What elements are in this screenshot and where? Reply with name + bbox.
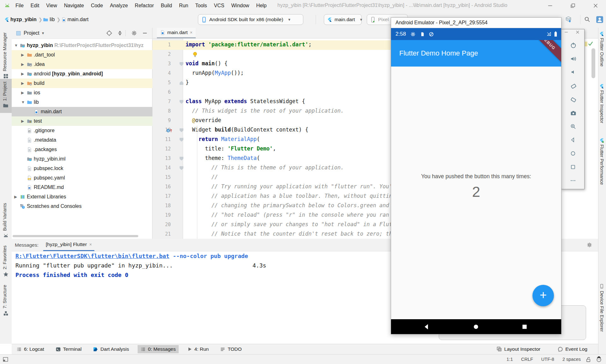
star-icon[interactable]	[3, 271, 9, 277]
menu-vcs[interactable]: VCS	[211, 0, 228, 11]
close-window-icon[interactable]	[591, 1, 600, 10]
status-item[interactable]: CRLF	[521, 357, 533, 362]
android-head-icon[interactable]	[3, 233, 9, 239]
fold-marker-icon[interactable]	[180, 166, 183, 170]
tree-row[interactable]: YML pubspec.yaml	[12, 173, 152, 183]
tree-row[interactable]: ▶ ios	[12, 88, 152, 97]
collapse-all-icon[interactable]	[117, 30, 123, 36]
chevron-collapsed-icon[interactable]: ▶	[21, 53, 24, 57]
run-config-dropdown[interactable]: main.dart ▼	[324, 14, 362, 25]
flutter-bat-link[interactable]: R:\Flutter\FlutterSDK\flutter\bin\flutte…	[15, 253, 169, 259]
sidebar-item-build-variants[interactable]: Build Variants	[2, 203, 7, 231]
emulator-back-button[interactable]	[570, 137, 576, 143]
tab-device-file-explorer[interactable]: Device File Explorer	[599, 291, 604, 332]
tree-row[interactable]: hyzp_yibin.iml	[12, 154, 152, 164]
menu-edit[interactable]: Edit	[27, 0, 43, 11]
tool-window-toggle-icon[interactable]	[3, 356, 9, 362]
tree-row[interactable]: Scratches and Consoles	[12, 202, 152, 211]
resource-manager-icon[interactable]	[3, 73, 9, 79]
tab-flutter-console[interactable]: [hyzp_yibin] Flutter ×	[43, 239, 94, 251]
tree-row[interactable]: ▶ .idea	[12, 60, 152, 69]
menu-window[interactable]: Window	[228, 0, 253, 11]
tree-row[interactable]: ▶ android [hyzp_yibin_android]	[12, 69, 152, 79]
tree-row[interactable]: .packages	[12, 145, 152, 154]
menu-run[interactable]: Run	[175, 0, 192, 11]
emulator-more-button[interactable]	[570, 178, 576, 184]
minimize-window-icon[interactable]	[545, 1, 555, 10]
tool-window-tab-4-run[interactable]: 4: Run	[184, 345, 212, 353]
chevron-collapsed-icon[interactable]: ▶	[21, 62, 24, 67]
close-tab-icon[interactable]: ×	[89, 242, 92, 247]
tree-row[interactable]: .gitignore	[12, 126, 152, 135]
avatar[interactable]	[596, 16, 603, 23]
fold-marker-icon[interactable]	[180, 128, 183, 132]
status-item[interactable]: UTF-8	[541, 357, 554, 362]
tab-main-dart[interactable]: main.dart ×	[157, 28, 196, 38]
tree-row[interactable]: main.dart	[12, 107, 152, 116]
phone-gray-icon[interactable]	[599, 284, 604, 289]
tab-flutter-inspector[interactable]: Flutter Inspector	[599, 90, 604, 123]
status-item[interactable]: 1:1	[507, 357, 513, 362]
menu-analyze[interactable]: Analyze	[106, 0, 131, 11]
nav-overview-button[interactable]	[521, 323, 528, 330]
emulator-screenshot-button[interactable]	[570, 110, 577, 116]
horizontal-scrollbar[interactable]	[13, 235, 138, 237]
tab-flutter-performance[interactable]: Flutter Performance	[599, 144, 604, 185]
tree-row[interactable]: ▼ lib	[12, 97, 152, 107]
flutter-icon[interactable]	[599, 32, 604, 36]
inspection-profile-icon[interactable]	[596, 356, 602, 362]
chevron-expanded-icon[interactable]: ▼	[21, 100, 25, 104]
fold-marker-icon[interactable]	[180, 100, 183, 104]
tool-window-tab-0-messages[interactable]: 0: Messages	[138, 345, 179, 353]
restore-window-icon[interactable]	[568, 1, 578, 10]
fold-marker-icon[interactable]	[180, 62, 183, 66]
nav-back-button[interactable]	[423, 323, 430, 330]
chevron-collapsed-icon[interactable]: ▶	[21, 119, 24, 123]
structure-icon[interactable]	[3, 310, 9, 316]
nav-home-button[interactable]	[472, 323, 479, 330]
tree-row[interactable]: i README.md	[12, 183, 152, 192]
unlock-icon[interactable]	[585, 356, 591, 362]
sidebar-item--favorites[interactable]: 2: Favorites	[2, 244, 7, 269]
menu-refactor[interactable]: Refactor	[131, 0, 157, 11]
project-view-title[interactable]: Project	[24, 30, 39, 36]
increment-fab-button[interactable]: +	[532, 285, 554, 306]
emulator-rotate-right-button[interactable]	[570, 96, 577, 103]
locate-file-icon[interactable]	[106, 30, 112, 36]
chevron-collapsed-icon[interactable]: ▶	[14, 195, 17, 199]
sidebar-item-resource-manager[interactable]: Resource Manager	[2, 33, 7, 71]
editor-scrollbar[interactable]	[591, 48, 595, 78]
close-emulator-icon[interactable]	[575, 30, 580, 34]
tool-window-tab-terminal[interactable]: Terminal	[53, 345, 85, 353]
menu-code[interactable]: Code	[87, 0, 106, 11]
tool-window-tab-event-log[interactable]: Event Log	[555, 345, 590, 353]
sidebar-item--project[interactable]: 1: Project	[2, 81, 7, 101]
tool-window-tab-6-logcat[interactable]: 6: Logcat	[14, 345, 47, 353]
tree-row[interactable]: ▶ External Libraries	[12, 192, 152, 202]
emulator-power-button[interactable]	[570, 42, 577, 49]
breadcrumb-item[interactable]: main.dart	[68, 17, 89, 22]
emulator-zoom-button[interactable]	[570, 123, 576, 130]
menu-file[interactable]: File	[12, 0, 27, 11]
chevron-collapsed-icon[interactable]: ▶	[21, 91, 24, 95]
menu-navigate[interactable]: Navigate	[61, 0, 87, 11]
fold-marker-icon[interactable]	[180, 157, 183, 161]
menu-view[interactable]: View	[43, 0, 60, 11]
intention-bulb-icon[interactable]	[192, 51, 198, 58]
menu-help[interactable]: Help	[253, 0, 270, 11]
emulator-screen[interactable]: 2:58 Flutter Demo Home Page DEBUG You ha…	[391, 28, 561, 334]
emulator-rotate-left-button[interactable]	[570, 83, 577, 90]
breadcrumb-item[interactable]: hyzp_yibin	[10, 17, 37, 22]
tab-flutter-outline[interactable]: Flutter Outline	[599, 38, 604, 67]
tool-window-tab-dart-analysis[interactable]: Dart Analysis	[90, 345, 132, 353]
tree-row[interactable]: ▼ hyzp_yibin R:\FlutterProject\FlutterPr…	[12, 41, 152, 50]
tree-row[interactable]: ▶ .dart_tool	[12, 50, 152, 60]
tool-window-tab-todo[interactable]: TODO	[217, 345, 245, 353]
chevron-collapsed-icon[interactable]: ▶	[21, 72, 24, 76]
device-selector-dropdown[interactable]: Android SDK built for x86 (mobile) ▼	[198, 14, 303, 25]
gear-icon[interactable]	[131, 30, 137, 36]
menu-tools[interactable]: Tools	[192, 0, 210, 11]
gear-icon[interactable]	[586, 242, 592, 248]
emulator-volume-up-button[interactable]	[570, 56, 577, 62]
tree-row[interactable]: ▶ build	[12, 79, 152, 88]
